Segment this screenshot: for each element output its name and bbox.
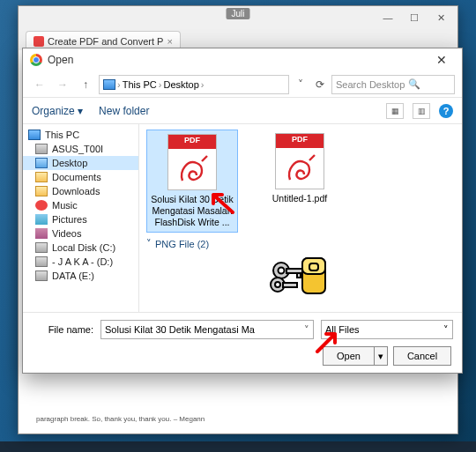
tree-item[interactable]: Videos (23, 226, 138, 241)
pictures-icon (35, 214, 48, 225)
drive-icon (35, 270, 48, 281)
tree-item[interactable]: - J A K A - (D:) (23, 255, 138, 269)
tree-item[interactable]: ASUS_T00I (23, 142, 138, 156)
chevron-right-icon: › (201, 79, 205, 90)
breadcrumb-folder[interactable]: Desktop (163, 79, 198, 90)
new-folder-button[interactable]: New folder (99, 105, 149, 117)
file-name: Solusi Kilat 30 Detik Mengatasi Masalah … (151, 194, 234, 228)
svg-rect-6 (297, 273, 301, 278)
pc-icon (103, 79, 115, 90)
organize-menu[interactable]: Organize ▾ (32, 105, 83, 117)
svg-point-4 (279, 268, 285, 274)
minimize-button[interactable]: — (375, 9, 401, 26)
preview-pane-button[interactable]: ▥ (413, 103, 430, 119)
chevron-right-icon: › (117, 79, 121, 90)
dialog-titlebar: Open ✕ (23, 48, 462, 71)
tree-item[interactable]: Music (23, 198, 138, 212)
tree-item[interactable]: DATA (E:) (23, 269, 138, 283)
file-type-filter[interactable]: All Files ˅ (321, 320, 453, 339)
breadcrumb-dropdown[interactable]: ˅ (293, 78, 309, 91)
open-file-dialog: Open ✕ ← → ↑ › This PC › Desktop › ˅ ⟳ S… (22, 48, 463, 374)
drive-icon (35, 242, 48, 253)
close-button[interactable]: ✕ (428, 9, 454, 26)
dialog-toolbar: Organize ▾ New folder ▦ ▥ ? (23, 98, 462, 124)
file-item[interactable]: Solusi Kilat 30 Detik Mengatasi Masalah … (146, 130, 238, 233)
search-icon: 🔍 (408, 78, 420, 90)
tree-item[interactable]: Documents (23, 170, 138, 184)
svg-rect-9 (283, 283, 297, 287)
videos-icon (35, 228, 48, 239)
titlebar-pill: Juli (226, 8, 249, 19)
drive-icon (35, 256, 48, 267)
file-list[interactable]: Solusi Kilat 30 Detik Mengatasi Masalah … (139, 124, 462, 312)
music-icon (35, 200, 48, 211)
chevron-down-icon: ▾ (78, 105, 83, 117)
dialog-close-button[interactable]: ✕ (428, 53, 455, 67)
maximize-button[interactable]: ☐ (401, 9, 428, 26)
pdf-icon (275, 133, 324, 189)
svg-rect-1 (302, 258, 325, 274)
tree-item-desktop[interactable]: Desktop (23, 156, 138, 170)
filename-label: File name: (32, 324, 93, 335)
breadcrumb-root[interactable]: This PC (123, 79, 157, 90)
open-button-dropdown[interactable]: ▾ (374, 346, 388, 366)
group-header[interactable]: ˅ PNG File (2) (146, 238, 455, 249)
tab-close-icon[interactable]: × (167, 36, 172, 47)
chevron-down-icon: ˅ (146, 238, 152, 249)
filename-input[interactable]: Solusi Kilat 30 Detik Mengatasi Ma ˅ (100, 320, 314, 339)
dialog-title: Open (48, 54, 73, 66)
chevron-right-icon: › (159, 79, 162, 90)
cancel-button[interactable]: Cancel (393, 346, 451, 366)
nav-back-button[interactable]: ← (30, 75, 49, 94)
desktop-icon (35, 158, 48, 168)
tree-item[interactable]: Pictures (23, 212, 138, 226)
file-name: Untitled-1.pdf (257, 193, 342, 204)
device-icon (35, 144, 48, 154)
svg-point-8 (275, 282, 280, 287)
search-placeholder: Search Desktop (336, 79, 405, 90)
view-mode-button[interactable]: ▦ (386, 103, 404, 119)
tab-favicon (33, 36, 44, 47)
nav-forward-button[interactable]: → (53, 75, 72, 94)
refresh-button[interactable]: ⟳ (312, 78, 328, 91)
chevron-down-icon[interactable]: ˅ (304, 324, 309, 336)
page-text-line: paragraph break. So, thank you, thank yo… (36, 415, 440, 423)
nav-up-button[interactable]: ↑ (76, 75, 95, 94)
tree-item[interactable]: Local Disk (C:) (23, 241, 138, 255)
folder-tree[interactable]: This PC ASUS_T00I Desktop Documents Down… (23, 124, 139, 312)
folder-icon (35, 186, 48, 196)
search-input[interactable]: Search Desktop 🔍 (331, 75, 455, 94)
open-button[interactable]: Open (323, 346, 374, 366)
tab-title: Create PDF and Convert P (48, 36, 163, 47)
dialog-nav: ← → ↑ › This PC › Desktop › ˅ ⟳ Search D… (23, 71, 462, 98)
pc-icon (28, 130, 41, 140)
breadcrumb[interactable]: › This PC › Desktop › (99, 75, 289, 94)
tree-item[interactable]: Downloads (23, 184, 138, 198)
file-item[interactable]: Untitled-1.pdf (254, 130, 346, 233)
chrome-icon (30, 54, 42, 66)
dialog-footer: File name: Solusi Kilat 30 Detik Mengata… (23, 312, 462, 373)
taskbar[interactable] (0, 441, 476, 452)
png-thumbnail[interactable] (265, 253, 336, 302)
tree-item-this-pc[interactable]: This PC (23, 128, 138, 142)
pdf-icon (167, 134, 217, 190)
help-icon[interactable]: ? (439, 104, 453, 118)
chevron-down-icon[interactable]: ˅ (443, 324, 449, 336)
folder-icon (35, 172, 48, 182)
